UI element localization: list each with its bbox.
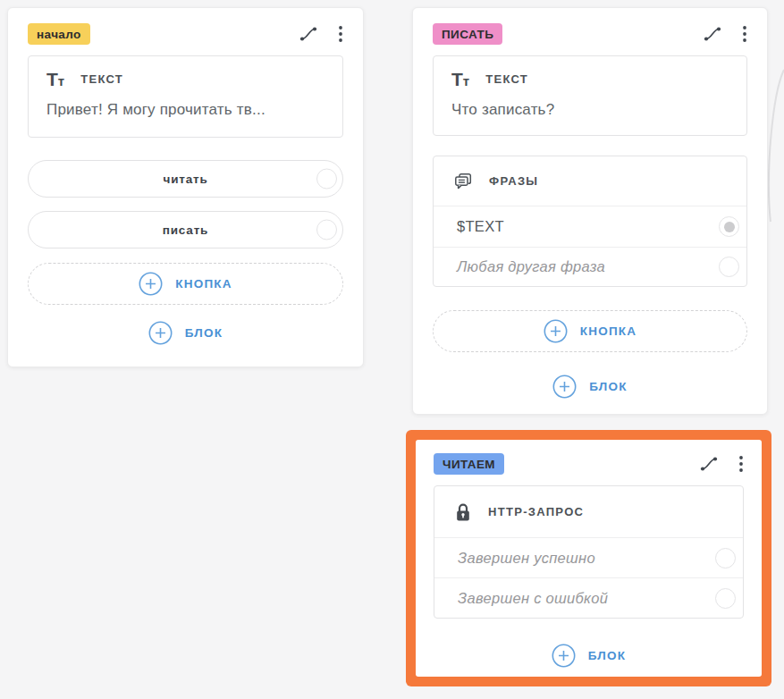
add-block-button[interactable]: БЛОК [433,373,747,400]
component-label: ТЕКСТ [485,72,528,86]
node-card-write[interactable]: ПИСАТЬ Tт ТЕКСТ Что записать? ФРАЗЫ [412,7,768,415]
connector-port[interactable] [316,169,337,189]
card-header: ЧИТАЕМ [434,451,744,476]
add-block-label: БЛОК [589,380,627,393]
http-result-row[interactable]: Завершен успешно [434,537,743,577]
text-value: Привет! Я могу прочитать тв... [46,101,323,119]
text-component[interactable]: Tт ТЕКСТ Что записать? [433,55,747,136]
phrase-text: $TEXT [457,218,504,235]
add-button-button[interactable]: КНОПКА [433,310,747,352]
add-button-label: КНОПКА [175,277,232,291]
selection-highlight: ЧИТАЕМ HTTP-ЗАПРОС [406,430,771,686]
kebab-menu-icon[interactable] [738,455,744,473]
card-header: ПИСАТЬ [433,21,747,46]
node-card-read[interactable]: ЧИТАЕМ HTTP-ЗАПРОС [416,440,762,677]
text-format-icon: Tт [451,70,469,88]
plus-circle-icon [148,321,173,345]
text-value: Что записать? [451,101,727,119]
plus-circle-icon [552,375,577,399]
phrase-row[interactable]: Любая другая фраза [434,247,746,286]
text-component[interactable]: Tт ТЕКСТ Привет! Я могу прочитать тв... [28,55,343,138]
result-text: Завершен успешно [458,550,595,567]
bot-button-label: писать [163,223,208,237]
bot-button-read[interactable]: читать [28,160,343,198]
connection-icon[interactable] [299,25,318,43]
connector-port[interactable] [715,588,736,609]
add-block-button[interactable]: БЛОК [434,642,744,669]
bot-button-write[interactable]: писать [28,211,343,248]
plus-circle-icon [544,319,568,343]
card-header: начало [28,21,343,46]
add-block-button[interactable]: БЛОК [28,319,343,346]
connection-icon[interactable] [703,25,722,43]
speech-bubbles-icon [453,172,473,191]
http-request-component[interactable]: HTTP-ЗАПРОС Завершен успешно Завершен с … [434,485,744,619]
add-block-label: БЛОК [185,326,223,340]
connector-port[interactable] [719,257,739,277]
component-label: ТЕКСТ [80,72,123,86]
lock-icon [454,502,472,522]
node-badge[interactable]: начало [28,23,90,45]
node-badge[interactable]: ЧИТАЕМ [434,453,504,475]
kebab-menu-icon[interactable] [338,25,343,43]
plus-circle-icon [139,272,163,296]
plus-circle-icon [552,644,576,668]
connector-port[interactable] [715,548,736,568]
add-button-label: КНОПКА [580,324,636,338]
connector-port[interactable] [719,216,739,237]
component-label: HTTP-ЗАПРОС [488,505,584,518]
phrases-component[interactable]: ФРАЗЫ $TEXT Любая другая фраза [433,156,747,287]
phrase-row[interactable]: $TEXT [434,206,746,247]
kebab-menu-icon[interactable] [742,25,747,43]
node-badge[interactable]: ПИСАТЬ [433,23,502,45]
phrase-text: Любая другая фраза [457,258,605,275]
add-block-label: БЛОК [588,649,626,662]
bot-button-label: читать [164,173,208,186]
node-card-start[interactable]: начало Tт ТЕКСТ Привет! Я могу прочитать… [7,7,364,367]
add-button-button[interactable]: КНОПКА [28,263,343,305]
connector-port[interactable] [316,220,337,240]
result-text: Завершен с ошибкой [458,590,608,607]
connection-icon[interactable] [699,455,719,473]
text-format-icon: Tт [46,70,64,88]
component-label: ФРАЗЫ [489,174,538,188]
http-result-row[interactable]: Завершен с ошибкой [434,577,743,618]
